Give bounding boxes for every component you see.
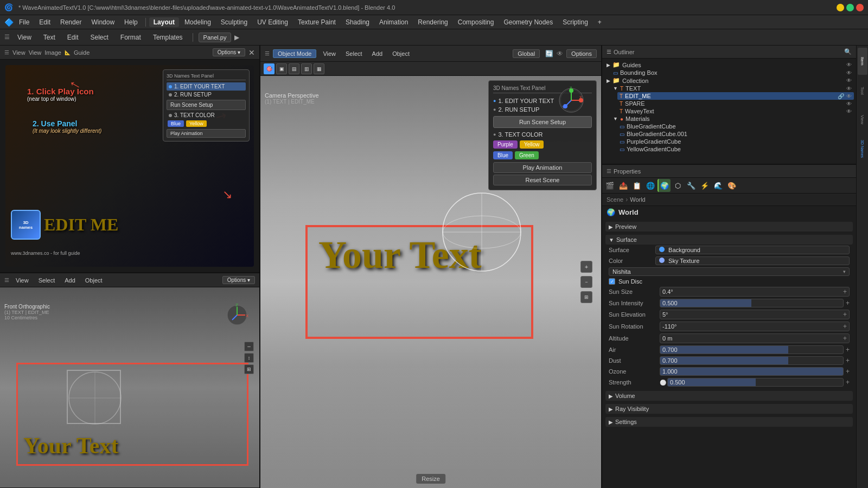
ozone-plus[interactable]: + xyxy=(846,368,850,375)
toolbar-btn3[interactable]: ▤ xyxy=(289,63,299,74)
play-animation-btn2[interactable]: Play Animation xyxy=(493,162,592,173)
props-tab-render[interactable]: 🎬 xyxy=(603,179,616,192)
menu-edit[interactable]: Edit xyxy=(35,17,55,27)
col-eye[interactable]: 👁 xyxy=(846,78,852,84)
toolbar-select-text[interactable]: Select xyxy=(86,33,113,42)
outliner-text[interactable]: ▼ T TEXT 👁 xyxy=(611,85,854,92)
object-mode-btn[interactable]: Object Mode xyxy=(273,49,316,58)
sun-size-field[interactable]: 0.4° + xyxy=(660,287,850,297)
menu-render[interactable]: Render xyxy=(56,17,86,27)
img-close-btn[interactable]: ✕ xyxy=(248,48,255,57)
vp-view[interactable]: View xyxy=(12,277,32,284)
props-tab-viewlayer[interactable]: 📋 xyxy=(630,179,643,192)
handle-btn2[interactable]: ↕ xyxy=(244,353,254,363)
menu-help[interactable]: Help xyxy=(120,17,142,27)
toolbar-btn2[interactable]: ▣ xyxy=(276,63,287,74)
play-animation-btn[interactable]: Play Animation xyxy=(167,129,246,138)
menu-layout-tab[interactable]: Layout xyxy=(149,17,179,27)
outliner-filter[interactable]: 🔍 xyxy=(844,48,852,55)
menu-file[interactable]: File xyxy=(15,17,34,27)
menu-texture-tab[interactable]: Texture Paint xyxy=(293,17,340,27)
menu-animation-tab[interactable]: Animation xyxy=(375,17,412,27)
menu-sculpting-tab[interactable]: Sculpting xyxy=(216,17,252,27)
vp-select[interactable]: Select xyxy=(35,277,59,284)
reset-scene-btn[interactable]: Reset Scene xyxy=(493,175,592,185)
maximize-button[interactable] xyxy=(846,4,854,11)
sun-disc-checkbox[interactable]: ✓ xyxy=(609,278,615,285)
minimize-button[interactable] xyxy=(837,4,844,11)
bbox-eye[interactable]: 👁 xyxy=(846,70,852,76)
dust-field[interactable]: 0.700 xyxy=(660,356,844,365)
menu-window[interactable]: Window xyxy=(87,17,119,27)
menu-modeling-tab[interactable]: Modeling xyxy=(180,17,215,27)
vp-tool-1[interactable]: + xyxy=(580,261,592,273)
text-eye[interactable]: 👁 xyxy=(846,86,852,92)
side-tab-tool[interactable]: Tool xyxy=(858,77,867,104)
sun-intensity-field[interactable]: 0.500 xyxy=(660,299,844,307)
outliner-spare[interactable]: T SPARE 👁 xyxy=(617,100,854,107)
ray-visibility-header[interactable]: ▶ Ray Visibility xyxy=(605,404,853,414)
volume-header[interactable]: ▶ Volume xyxy=(605,391,853,401)
nishita-dropdown[interactable]: Nishita ▾ xyxy=(609,267,850,276)
sun-rotation-plus[interactable]: + xyxy=(843,323,847,330)
outliner-guides[interactable]: ▶ 📁 Guides 👁 xyxy=(604,61,854,69)
props-tab-world[interactable]: 🌍 xyxy=(658,179,671,192)
transform-global[interactable]: Global xyxy=(513,49,540,58)
ozone-field[interactable]: 1.000 xyxy=(660,367,844,376)
outliner-collection[interactable]: ▶ 📁 Collection 👁 xyxy=(604,76,854,85)
props-tab-modifier[interactable]: 🔧 xyxy=(685,179,698,192)
color-yellow[interactable]: Yellow xyxy=(186,120,207,127)
vp-tool-2[interactable]: − xyxy=(580,276,592,288)
vp-object[interactable]: Object xyxy=(82,277,106,284)
vp-tool-3[interactable]: ⊞ xyxy=(580,291,592,303)
toolbar-navigate-btn[interactable]: 🎯 xyxy=(264,63,275,74)
sun-elevation-field[interactable]: 5° + xyxy=(660,310,850,319)
run-setup-btn[interactable]: Run Scene Setup xyxy=(167,100,246,110)
editme-eye[interactable]: 👁 xyxy=(846,93,852,99)
strength-field[interactable]: 0.500 xyxy=(667,378,844,387)
color-purple[interactable]: Purple xyxy=(493,140,518,149)
altitude-plus[interactable]: + xyxy=(843,335,847,342)
center-run-btn[interactable]: Run Scene Setup xyxy=(493,116,592,128)
props-tab-scene[interactable]: 🌐 xyxy=(644,179,657,192)
sun-size-plus[interactable]: + xyxy=(843,288,847,296)
menu-scripting-tab[interactable]: Scripting xyxy=(558,17,592,27)
center-options[interactable]: Options xyxy=(566,49,597,58)
toolbar-templates[interactable]: Templates xyxy=(149,33,187,42)
props-tab-physics[interactable]: 🌊 xyxy=(712,179,725,192)
sun-rotation-field[interactable]: -110° + xyxy=(660,322,850,331)
img-options-btn[interactable]: Options ▾ xyxy=(213,48,245,56)
outliner-materials[interactable]: ▼ ● Materials xyxy=(611,115,854,123)
toolbar-btn4[interactable]: ▥ xyxy=(301,63,312,74)
center-select[interactable]: Select xyxy=(342,50,366,57)
center-add[interactable]: Add xyxy=(369,50,386,57)
side-tab-view[interactable]: View xyxy=(858,106,867,133)
panel-item-1[interactable]: 1. EDIT YOUR TEXT xyxy=(167,82,246,91)
editme-link[interactable]: 🔗 xyxy=(838,93,844,99)
strength-dot[interactable]: ⚪ xyxy=(660,380,666,386)
panel-item-3[interactable]: 3. TEXT COLOR xyxy=(167,111,246,119)
props-tab-object[interactable]: ⬡ xyxy=(671,179,684,192)
sun-elevation-plus[interactable]: + xyxy=(843,311,847,318)
outliner-waveytext[interactable]: T WaveyText 👁 xyxy=(617,107,854,115)
surface-header[interactable]: ▼ Surface xyxy=(605,235,853,245)
side-tab-item[interactable]: Item xyxy=(858,48,867,75)
wavy-eye[interactable]: 👁 xyxy=(846,108,852,114)
outliner-yellow-gradient[interactable]: ▭ YellowGradientCube xyxy=(617,145,854,153)
outliner-blue-gradient[interactable]: ▭ BlueGradientCube xyxy=(617,123,854,130)
menu-add-workspace[interactable]: + xyxy=(593,17,606,27)
props-tab-output[interactable]: 📤 xyxy=(617,179,630,192)
spare-eye[interactable]: 👁 xyxy=(846,101,852,107)
vp-options-btn[interactable]: Options ▾ xyxy=(222,276,255,284)
air-plus[interactable]: + xyxy=(846,346,850,354)
settings-header[interactable]: ▶ Settings xyxy=(605,417,853,427)
props-tab-particles[interactable]: ⚡ xyxy=(698,179,711,192)
outliner-purple-gradient[interactable]: ▭ PurpleGradientCube xyxy=(617,138,854,145)
center-item-3[interactable]: ● 3. TEXT COLOR xyxy=(493,130,592,139)
script-name[interactable]: Panel.py xyxy=(199,33,232,42)
altitude-field[interactable]: 0 m + xyxy=(660,333,850,343)
resize-handle[interactable]: Resize xyxy=(416,474,445,484)
img-image[interactable]: Image xyxy=(44,49,61,56)
color-blue[interactable]: Blue xyxy=(168,120,184,127)
guides-eye[interactable]: 👁 xyxy=(846,62,852,68)
